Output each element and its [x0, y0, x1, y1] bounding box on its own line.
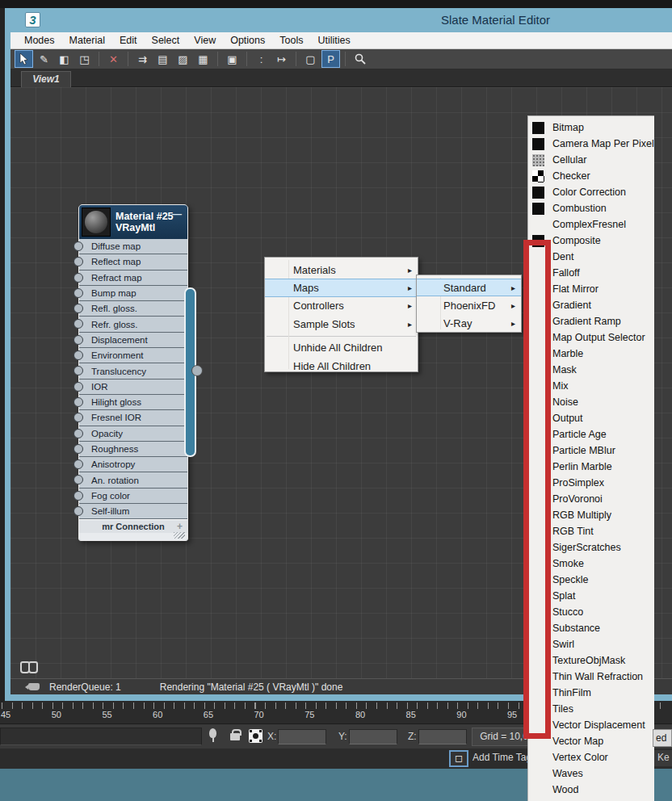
z-coordinate-input[interactable] — [418, 729, 467, 744]
input-socket-fresnel-ior[interactable] — [74, 413, 83, 422]
select-region-icon[interactable]: ▢ — [301, 50, 320, 68]
input-socket-opacity[interactable] — [74, 429, 83, 438]
expand-plus-icon[interactable]: + — [177, 521, 183, 532]
menu-select[interactable]: Select — [145, 33, 187, 48]
slot-environment[interactable]: Environment — [79, 348, 187, 363]
submenu-item-v-ray[interactable]: V-Ray▸ — [417, 315, 521, 333]
isolate-cube-button[interactable]: ◻ — [449, 750, 468, 767]
y-coordinate-input[interactable] — [349, 729, 397, 744]
material-node-header[interactable]: Material #25 VRayMtl — — [79, 205, 187, 239]
show-background-icon[interactable]: ▨ — [174, 50, 192, 68]
input-socket-bump-map[interactable] — [74, 288, 83, 298]
input-socket-anisotropy[interactable] — [74, 459, 83, 469]
select-tool-icon[interactable] — [15, 50, 33, 68]
connection-output-socket[interactable] — [191, 365, 203, 376]
input-socket-reflect-map[interactable] — [74, 257, 83, 266]
material-preview-icon[interactable]: ▣ — [223, 50, 242, 68]
hide-unused-nodeslots-icon[interactable]: ▤ — [153, 50, 172, 68]
menu-edit[interactable]: Edit — [112, 33, 145, 48]
mr-connection-footer[interactable]: mr Connection + — [79, 519, 187, 533]
window-title-bar[interactable]: 3 Slate Material Editor — [10, 8, 672, 32]
slot-translucency[interactable]: Translucency — [79, 363, 187, 379]
pan-tool-icon[interactable]: P — [321, 50, 340, 68]
selection-lock-icon[interactable] — [230, 733, 240, 740]
map-type-cellular[interactable]: Cellular — [528, 152, 654, 168]
menu-options[interactable]: Options — [223, 33, 272, 48]
slot-an-rotation[interactable]: An. rotation — [79, 472, 187, 488]
cut-off-selected-button[interactable]: ed — [653, 729, 672, 747]
layout-all-icon[interactable]: : — [252, 50, 271, 68]
slot-opacity[interactable]: Opacity — [79, 426, 187, 442]
x-coordinate-input[interactable] — [278, 729, 326, 744]
menu-modes[interactable]: Modes — [17, 33, 62, 48]
menu-tools[interactable]: Tools — [272, 33, 310, 48]
slot-bump-map[interactable]: Bump map — [79, 286, 187, 301]
slot-hilight-gloss[interactable]: Hilight gloss — [79, 395, 187, 410]
collapse-node-button[interactable]: — — [172, 208, 182, 220]
input-socket-environment[interactable] — [74, 350, 83, 360]
context-menu-item-unhide-all-children[interactable]: Unhide All Children — [265, 339, 418, 357]
menu-material[interactable]: Material — [62, 33, 112, 48]
input-socket-self-illum[interactable] — [74, 506, 83, 516]
assign-material-to-selection-icon[interactable]: ◧ — [55, 50, 74, 68]
slot-refract-map[interactable]: Refract map — [79, 270, 187, 286]
find-binoculars-icon[interactable] — [20, 661, 38, 673]
map-type-camera-map-per-pixel[interactable]: Camera Map Per Pixel — [528, 136, 654, 152]
add-time-tag-button[interactable]: Add Time Tag — [472, 752, 531, 763]
slot-diffuse-map[interactable]: Diffuse map — [79, 239, 187, 254]
submenu-item-standard[interactable]: Standard▸ — [417, 279, 521, 296]
context-menu-item-controllers[interactable]: Controllers▸ — [265, 297, 418, 315]
assign-material-to-scene-icon[interactable]: ◳ — [75, 50, 94, 68]
map-type-label: Substance — [552, 623, 600, 634]
context-menu-item-materials[interactable]: Materials▸ — [265, 261, 418, 279]
slot-refr-gloss[interactable]: Refr. gloss. — [79, 317, 187, 332]
input-socket-hilight-gloss[interactable] — [74, 397, 83, 407]
slot-displacement[interactable]: Displacement — [79, 333, 187, 348]
slot-ior[interactable]: IOR — [79, 380, 187, 395]
slot-refl-gloss[interactable]: Refl. gloss. — [79, 301, 187, 317]
slot-self-illum[interactable]: Self-illum — [79, 504, 187, 519]
tab-view1[interactable]: View1 — [21, 71, 71, 87]
context-menu-item-maps[interactable]: Maps▸ — [265, 279, 418, 296]
zoom-tool-icon[interactable] — [351, 50, 369, 68]
show-grid-icon[interactable]: ▦ — [194, 50, 212, 68]
input-socket-refract-map[interactable] — [74, 273, 83, 283]
map-type-waves[interactable]: Waves — [528, 765, 654, 782]
map-type-bitmap[interactable]: Bitmap — [528, 120, 654, 136]
input-socket-diffuse-map[interactable] — [74, 241, 83, 251]
context-menu-item-hide-all-children[interactable]: Hide All Children — [265, 357, 418, 375]
context-menu-item-sample-slots[interactable]: Sample Slots▸ — [265, 315, 418, 333]
move-children-icon[interactable]: ⇉ — [133, 50, 152, 68]
input-socket-translucency[interactable] — [74, 366, 83, 375]
material-node[interactable]: Material #25 VRayMtl — Diffuse mapReflec… — [78, 204, 188, 541]
slot-fresnel-ior[interactable]: Fresnel IOR — [79, 410, 187, 426]
input-socket-ior[interactable] — [74, 382, 83, 392]
slot-anisotropy[interactable]: Anisotropy — [79, 457, 187, 472]
map-type-vertex-color[interactable]: Vertex Color — [528, 749, 654, 765]
slot-reflect-map[interactable]: Reflect map — [79, 254, 187, 270]
node-resize-grip[interactable] — [174, 532, 185, 539]
layout-children-icon[interactable]: ↦ — [272, 50, 291, 68]
input-socket-displacement[interactable] — [74, 335, 83, 345]
prompt-line-field[interactable] — [0, 728, 202, 745]
cut-off-key-button[interactable]: Ke — [654, 750, 672, 766]
absolute-mode-transform-icon[interactable] — [249, 729, 262, 743]
submenu-item-phoenixfd[interactable]: PhoenixFD▸ — [417, 296, 521, 314]
balloon-icon[interactable] — [209, 728, 216, 738]
slot-roughness[interactable]: Roughness — [79, 442, 187, 457]
input-socket-an-rotation[interactable] — [74, 475, 83, 484]
slot-fog-color[interactable]: Fog color — [79, 489, 187, 504]
input-socket-roughness[interactable] — [74, 444, 83, 454]
map-type-combustion[interactable]: Combustion — [528, 200, 654, 216]
map-type-wood[interactable]: Wood — [528, 782, 654, 798]
input-socket-fog-color[interactable] — [74, 491, 83, 501]
input-socket-refr-gloss[interactable] — [74, 319, 83, 329]
map-type-color-correction[interactable]: Color Correction — [528, 184, 654, 200]
input-socket-refl-gloss[interactable] — [74, 304, 83, 313]
map-type-checker[interactable]: Checker — [528, 168, 654, 184]
pick-material-icon[interactable]: ✎ — [35, 50, 53, 68]
delete-selected-icon[interactable]: ✕ — [104, 50, 123, 68]
map-type-complexfresnel[interactable]: ComplexFresnel — [528, 216, 654, 233]
menu-view[interactable]: View — [187, 33, 223, 48]
menu-utilities[interactable]: Utilities — [310, 33, 357, 48]
